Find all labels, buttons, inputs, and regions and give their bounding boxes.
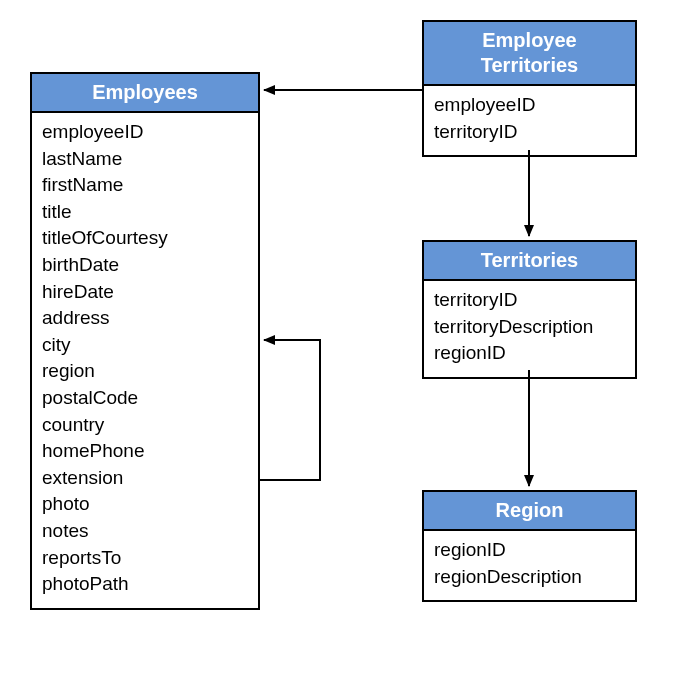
field: reportsTo — [42, 545, 248, 572]
field: homePhone — [42, 438, 248, 465]
field: notes — [42, 518, 248, 545]
entity-employees-body: employeeID lastName firstName title titl… — [32, 113, 258, 608]
field: photoPath — [42, 571, 248, 598]
field: lastName — [42, 146, 248, 173]
entity-region-body: regionID regionDescription — [424, 531, 635, 600]
entity-employees-header: Employees — [32, 74, 258, 113]
entity-region: Region regionID regionDescription — [422, 490, 637, 602]
field: birthDate — [42, 252, 248, 279]
entity-employees: Employees employeeID lastName firstName … — [30, 72, 260, 610]
entity-territories-header: Territories — [424, 242, 635, 281]
entity-territories-body: territoryID territoryDescription regionI… — [424, 281, 635, 377]
entity-employee-territories-body: employeeID territoryID — [424, 86, 635, 155]
field: employeeID — [42, 119, 248, 146]
entity-territories: Territories territoryID territoryDescrip… — [422, 240, 637, 379]
field: territoryID — [434, 119, 625, 146]
field: regionDescription — [434, 564, 625, 591]
field: territoryDescription — [434, 314, 625, 341]
field: regionID — [434, 537, 625, 564]
field: region — [42, 358, 248, 385]
field: title — [42, 199, 248, 226]
entity-region-header: Region — [424, 492, 635, 531]
field: hireDate — [42, 279, 248, 306]
field: postalCode — [42, 385, 248, 412]
entity-employee-territories-header: Employee Territories — [424, 22, 635, 86]
field: address — [42, 305, 248, 332]
rel-employees-self — [260, 340, 320, 480]
field: titleOfCourtesy — [42, 225, 248, 252]
field: employeeID — [434, 92, 625, 119]
field: regionID — [434, 340, 625, 367]
field: firstName — [42, 172, 248, 199]
field: country — [42, 412, 248, 439]
field: extension — [42, 465, 248, 492]
field: photo — [42, 491, 248, 518]
entity-employee-territories: Employee Territories employeeID territor… — [422, 20, 637, 157]
field: territoryID — [434, 287, 625, 314]
field: city — [42, 332, 248, 359]
